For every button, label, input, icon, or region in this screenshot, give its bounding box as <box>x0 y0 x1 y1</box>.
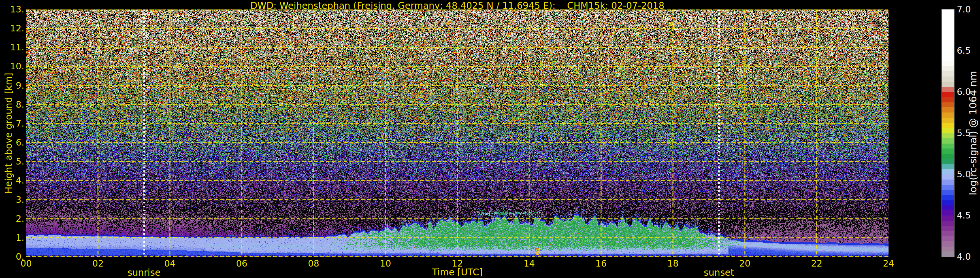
y-tick-label: 2. <box>0 213 24 224</box>
x-tick-label: 18 <box>660 258 686 269</box>
y-tick-label: 6. <box>0 137 24 148</box>
ceilometer-figure: DWD: Weihenstephan (Freising, Germany; 4… <box>0 0 980 278</box>
heatmap-canvas <box>26 10 889 257</box>
x-tick-label: 08 <box>301 258 327 269</box>
y-tick-label: 8. <box>0 99 24 110</box>
x-tick-label: 14 <box>516 258 542 269</box>
colorbar-tick-label: 7.0 <box>957 4 971 15</box>
x-tick-label: 10 <box>372 258 399 269</box>
sunrise-label: sunrise <box>108 267 180 278</box>
colorbar-tick-label: 4.0 <box>957 251 971 262</box>
colorbar-label: log(rc-signal) @ 1064 nm <box>967 71 979 195</box>
colorbar-tick-label: 6.5 <box>957 45 971 56</box>
x-tick-label: 22 <box>803 258 830 269</box>
x-tick-label: 00 <box>13 258 39 269</box>
y-tick-label: 5. <box>0 156 24 167</box>
x-tick-label: 02 <box>85 258 111 269</box>
y-tick-label: 7. <box>0 118 24 129</box>
y-tick-label: 4. <box>0 175 24 186</box>
y-tick-label: 11. <box>0 42 24 53</box>
y-tick-label: 9. <box>0 80 24 91</box>
colorbar-tick-label: 4.5 <box>957 210 971 221</box>
x-tick-label: 16 <box>588 258 614 269</box>
y-tick-label: 13. <box>0 4 24 15</box>
colorbar-canvas <box>942 10 954 257</box>
x-tick-label: 06 <box>229 258 255 269</box>
y-tick-label: 10. <box>0 61 24 72</box>
y-tick-label: 3. <box>0 194 24 205</box>
sunset-label: sunset <box>683 267 755 278</box>
y-tick-label: 1. <box>0 232 24 243</box>
y-tick-label: 12. <box>0 23 24 34</box>
x-axis-label: Time [UTC] <box>422 267 493 278</box>
x-tick-label: 24 <box>875 258 902 269</box>
